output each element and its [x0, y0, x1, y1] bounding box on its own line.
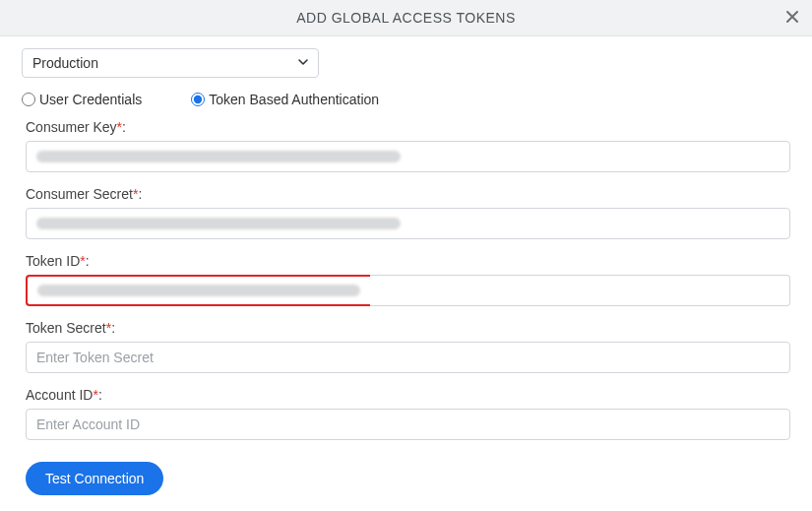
radio-user-credentials[interactable]: User Credentials [22, 92, 142, 107]
token-secret-input[interactable] [26, 342, 790, 373]
radio-token-based-label: Token Based Authentication [209, 92, 379, 107]
token-secret-label: Token Secret*: [26, 320, 790, 336]
environment-select-wrap: Production [22, 48, 319, 78]
test-connection-wrap: Test Connection [26, 454, 790, 503]
token-id-input[interactable] [370, 275, 790, 306]
token-id-input-highlight[interactable] [26, 275, 370, 306]
field-token-secret: Token Secret*: [26, 320, 790, 373]
consumer-key-label: Consumer Key*: [26, 119, 790, 135]
consumer-secret-label: Consumer Secret*: [26, 186, 790, 202]
radio-token-based-input[interactable] [191, 93, 205, 106]
dialog-body: Production User Credentials Token Based … [0, 36, 812, 511]
consumer-secret-input[interactable] [26, 208, 790, 239]
radio-user-credentials-input[interactable] [22, 93, 35, 106]
test-connection-button[interactable]: Test Connection [26, 462, 163, 495]
auth-type-radio-group: User Credentials Token Based Authenticat… [22, 92, 790, 107]
token-id-label: Token ID*: [26, 253, 790, 269]
redacted-value [36, 218, 401, 229]
account-id-input[interactable] [26, 409, 790, 440]
field-token-id: Token ID*: [26, 253, 790, 306]
dialog-title: ADD GLOBAL ACCESS TOKENS [296, 10, 516, 26]
close-icon[interactable] [784, 8, 800, 28]
field-consumer-secret: Consumer Secret*: [26, 186, 790, 239]
radio-token-based[interactable]: Token Based Authentication [191, 92, 379, 107]
redacted-value [37, 285, 360, 296]
field-account-id: Account ID*: [26, 387, 790, 440]
consumer-key-input[interactable] [26, 141, 790, 172]
dialog-header: ADD GLOBAL ACCESS TOKENS [0, 0, 812, 36]
radio-user-credentials-label: User Credentials [39, 92, 142, 107]
redacted-value [36, 151, 401, 162]
environment-select[interactable]: Production [22, 48, 319, 78]
field-consumer-key: Consumer Key*: [26, 119, 790, 172]
account-id-label: Account ID*: [26, 387, 790, 403]
form-section: Consumer Key*: Consumer Secret*: Token I… [22, 119, 790, 503]
